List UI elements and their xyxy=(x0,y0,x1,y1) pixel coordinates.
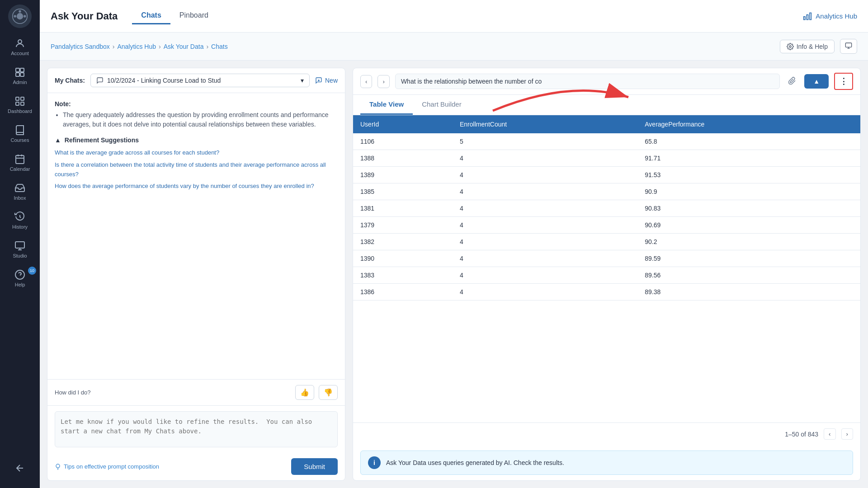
note-title: Note: xyxy=(55,100,338,108)
cell-userid: 1390 xyxy=(353,250,453,267)
sidebar-item-account-label: Account xyxy=(11,51,29,56)
cell-performance: 89.38 xyxy=(637,284,860,300)
page-prev-button[interactable]: ‹ xyxy=(824,428,835,440)
sidebar-item-inbox[interactable]: Inbox xyxy=(2,178,38,205)
dashboard-icon xyxy=(14,96,25,107)
ai-notice-text: Ask Your Data uses queries generated by … xyxy=(386,459,564,466)
more-options-button[interactable]: ⋮ xyxy=(834,73,853,90)
note-list: The query adequately addresses the quest… xyxy=(55,110,338,129)
cell-performance: 91.53 xyxy=(637,167,860,183)
tab-pinboard[interactable]: Pinboard xyxy=(170,8,217,24)
svg-rect-23 xyxy=(810,13,811,19)
new-chat-icon xyxy=(315,77,322,84)
sidebar-item-dashboard-label: Dashboard xyxy=(8,108,32,114)
thumbs-down-button[interactable]: 👎 xyxy=(319,385,338,400)
data-panel: ‹ › ▲ ⋮ Table View Chart Builder xyxy=(353,68,861,481)
svg-point-3 xyxy=(24,15,26,17)
app-logo[interactable] xyxy=(8,5,32,28)
feedback-label: How did I do? xyxy=(55,389,91,396)
breadcrumb-item-chats[interactable]: Chats xyxy=(211,43,228,50)
sidebar-item-history-label: History xyxy=(12,224,28,230)
cell-userid: 1106 xyxy=(353,133,453,150)
sidebar-item-dashboard[interactable]: Dashboard xyxy=(2,91,38,118)
breadcrumb: Pandalytics Sandbox › Analytics Hub › As… xyxy=(51,43,228,50)
account-icon xyxy=(14,38,25,49)
sidebar-item-admin-label: Admin xyxy=(13,80,27,85)
info-help-label: Info & Help xyxy=(797,43,828,50)
sidebar-item-courses[interactable]: Courses xyxy=(2,120,38,147)
svg-point-26 xyxy=(789,46,791,47)
table-header-row: UserId EnrollmentCount AveragePerformanc… xyxy=(353,115,860,133)
tips-link[interactable]: Tips on effective prompt composition xyxy=(55,463,159,470)
chat-input[interactable] xyxy=(55,411,338,447)
svg-rect-18 xyxy=(15,242,24,248)
breadcrumb-item-sandbox[interactable]: Pandalytics Sandbox xyxy=(51,43,110,50)
new-chat-label: New xyxy=(325,77,338,84)
collapse-icon xyxy=(14,463,25,474)
inbox-icon xyxy=(14,183,25,193)
refinement-link-1[interactable]: Is there a correlation between the total… xyxy=(55,160,338,179)
analytics-hub-label: Analytics Hub xyxy=(816,12,857,20)
history-icon xyxy=(14,211,25,222)
cell-performance: 91.71 xyxy=(637,150,860,167)
sidebar-item-studio[interactable]: Studio xyxy=(2,236,38,263)
analytics-hub-icon xyxy=(803,12,812,21)
sidebar-item-calendar-label: Calendar xyxy=(10,166,30,172)
cell-userid: 1379 xyxy=(353,217,453,234)
svg-rect-6 xyxy=(16,68,19,72)
tab-chart-builder[interactable]: Chart Builder xyxy=(413,95,471,115)
tab-table-view[interactable]: Table View xyxy=(360,95,413,115)
run-button[interactable]: ▲ xyxy=(804,74,829,89)
breadcrumb-sep-3: › xyxy=(206,43,208,50)
chat-input-area xyxy=(47,405,345,455)
sidebar-item-history[interactable]: History xyxy=(2,207,38,234)
cell-enrollment: 4 xyxy=(453,167,637,183)
sidebar-item-help[interactable]: 10 Help xyxy=(2,265,38,292)
refinement-header[interactable]: ▲ Refinement Suggestions xyxy=(55,136,338,144)
svg-rect-7 xyxy=(20,68,24,72)
cell-enrollment: 4 xyxy=(453,200,637,217)
cell-userid: 1386 xyxy=(353,284,453,300)
refinement-link-0[interactable]: What is the average grade across all cou… xyxy=(55,148,338,158)
content-area: My Chats: 10/2/2024 - Linking Course Loa… xyxy=(40,61,868,488)
nav-next-button[interactable]: › xyxy=(377,75,389,88)
table-row: 1385 4 90.9 xyxy=(353,183,860,200)
refinement-link-2[interactable]: How does the average performance of stud… xyxy=(55,182,338,191)
nav-prev-button[interactable]: ‹ xyxy=(360,75,372,88)
submit-button[interactable]: Submit xyxy=(291,458,338,475)
cell-userid: 1381 xyxy=(353,200,453,217)
info-help-button[interactable]: Info & Help xyxy=(780,40,835,53)
cell-performance: 65.8 xyxy=(637,133,860,150)
gear-icon xyxy=(787,43,794,50)
table-body: 1106 5 65.8 1388 4 91.71 1389 4 91.53 13… xyxy=(353,133,860,300)
col-header-userid: UserId xyxy=(353,115,453,133)
export-icon xyxy=(845,42,852,49)
export-button[interactable] xyxy=(840,39,857,54)
sidebar-item-account[interactable]: Account xyxy=(2,33,38,61)
sidebar-item-help-label: Help xyxy=(15,282,25,287)
new-chat-button[interactable]: New xyxy=(315,77,338,84)
svg-rect-12 xyxy=(16,102,19,105)
tab-chats[interactable]: Chats xyxy=(132,8,170,24)
analytics-hub-button[interactable]: Analytics Hub xyxy=(803,12,857,21)
ai-notice: i Ask Your Data uses queries generated b… xyxy=(360,450,853,475)
sidebar-item-courses-label: Courses xyxy=(11,137,29,143)
table-row: 1382 4 90.2 xyxy=(353,234,860,250)
cell-enrollment: 4 xyxy=(453,284,637,300)
attachment-button[interactable] xyxy=(785,74,799,89)
breadcrumb-item-ayd[interactable]: Ask Your Data xyxy=(164,43,204,50)
thumbs-up-button[interactable]: 👍 xyxy=(295,385,314,400)
breadcrumb-actions: Info & Help xyxy=(780,39,857,54)
query-input[interactable] xyxy=(395,74,780,89)
sidebar-item-calendar[interactable]: Calendar xyxy=(2,149,38,176)
breadcrumb-item-hub[interactable]: Analytics Hub xyxy=(117,43,156,50)
page-next-button[interactable]: › xyxy=(841,428,853,440)
chat-footer: Tips on effective prompt composition Sub… xyxy=(47,455,345,480)
note-section: Note: The query adequately addresses the… xyxy=(55,100,338,129)
sidebar-item-admin[interactable]: Admin xyxy=(2,62,38,89)
svg-rect-13 xyxy=(21,102,24,105)
chat-selector[interactable]: 10/2/2024 - Linking Course Load to Stud … xyxy=(90,74,310,87)
sidebar-collapse-btn[interactable] xyxy=(2,458,38,478)
app-title: Ask Your Data xyxy=(51,10,118,22)
svg-rect-11 xyxy=(21,97,24,100)
